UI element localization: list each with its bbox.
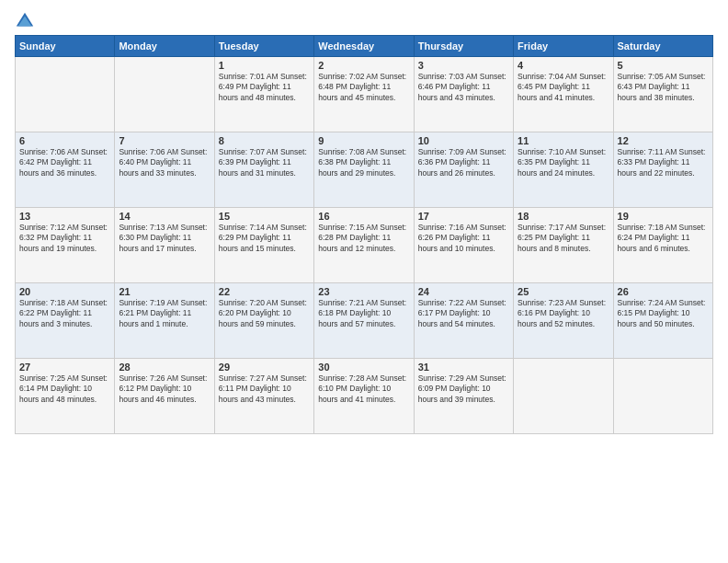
week-row-3: 13Sunrise: 7:12 AM Sunset: 6:32 PM Dayli… <box>16 208 713 283</box>
calendar-cell <box>514 359 613 434</box>
day-number: 1 <box>219 60 310 71</box>
day-number: 16 <box>318 211 409 222</box>
calendar-cell: 28Sunrise: 7:26 AM Sunset: 6:12 PM Dayli… <box>115 359 214 434</box>
day-info: Sunrise: 7:09 AM Sunset: 6:36 PM Dayligh… <box>418 147 509 178</box>
col-header-wednesday: Wednesday <box>314 36 414 57</box>
calendar-cell: 14Sunrise: 7:13 AM Sunset: 6:30 PM Dayli… <box>115 208 214 283</box>
day-info: Sunrise: 7:13 AM Sunset: 6:30 PM Dayligh… <box>119 223 210 254</box>
day-number: 19 <box>618 211 709 222</box>
calendar-cell: 30Sunrise: 7:28 AM Sunset: 6:10 PM Dayli… <box>314 359 414 434</box>
day-info: Sunrise: 7:20 AM Sunset: 6:20 PM Dayligh… <box>219 298 310 329</box>
day-number: 12 <box>618 135 709 146</box>
day-number: 22 <box>219 286 310 297</box>
calendar-cell <box>613 359 712 434</box>
col-header-saturday: Saturday <box>613 36 712 57</box>
day-info: Sunrise: 7:28 AM Sunset: 6:10 PM Dayligh… <box>318 373 409 405</box>
day-number: 29 <box>219 362 310 373</box>
calendar-cell: 5Sunrise: 7:05 AM Sunset: 6:43 PM Daylig… <box>613 57 712 132</box>
week-row-2: 6Sunrise: 7:06 AM Sunset: 6:42 PM Daylig… <box>16 132 713 208</box>
calendar-cell: 4Sunrise: 7:04 AM Sunset: 6:45 PM Daylig… <box>514 57 613 132</box>
calendar-cell: 3Sunrise: 7:03 AM Sunset: 6:46 PM Daylig… <box>414 57 513 132</box>
header <box>15 11 713 31</box>
day-info: Sunrise: 7:14 AM Sunset: 6:29 PM Dayligh… <box>219 223 310 254</box>
day-number: 10 <box>418 135 509 146</box>
logo-icon <box>15 11 35 31</box>
calendar-cell: 23Sunrise: 7:21 AM Sunset: 6:18 PM Dayli… <box>314 283 414 359</box>
col-header-tuesday: Tuesday <box>214 36 313 57</box>
day-number: 31 <box>418 362 509 373</box>
calendar-cell: 8Sunrise: 7:07 AM Sunset: 6:39 PM Daylig… <box>214 132 313 208</box>
col-header-friday: Friday <box>514 36 613 57</box>
day-info: Sunrise: 7:16 AM Sunset: 6:26 PM Dayligh… <box>418 223 509 254</box>
day-number: 4 <box>518 60 609 71</box>
calendar-cell: 26Sunrise: 7:24 AM Sunset: 6:15 PM Dayli… <box>613 283 712 359</box>
calendar-cell: 10Sunrise: 7:09 AM Sunset: 6:36 PM Dayli… <box>414 132 513 208</box>
week-row-5: 27Sunrise: 7:25 AM Sunset: 6:14 PM Dayli… <box>16 359 713 434</box>
week-row-1: 1Sunrise: 7:01 AM Sunset: 6:49 PM Daylig… <box>16 57 713 132</box>
day-info: Sunrise: 7:06 AM Sunset: 6:42 PM Dayligh… <box>19 147 110 178</box>
calendar-cell: 16Sunrise: 7:15 AM Sunset: 6:28 PM Dayli… <box>314 208 414 283</box>
day-info: Sunrise: 7:26 AM Sunset: 6:12 PM Dayligh… <box>119 373 210 405</box>
day-number: 26 <box>618 286 709 297</box>
day-number: 11 <box>518 135 609 146</box>
calendar-cell: 19Sunrise: 7:18 AM Sunset: 6:24 PM Dayli… <box>613 208 712 283</box>
calendar-cell <box>16 57 115 132</box>
calendar-cell: 18Sunrise: 7:17 AM Sunset: 6:25 PM Dayli… <box>514 208 613 283</box>
day-number: 20 <box>19 286 110 297</box>
calendar-cell: 29Sunrise: 7:27 AM Sunset: 6:11 PM Dayli… <box>214 359 313 434</box>
calendar-cell: 21Sunrise: 7:19 AM Sunset: 6:21 PM Dayli… <box>115 283 214 359</box>
calendar-cell: 1Sunrise: 7:01 AM Sunset: 6:49 PM Daylig… <box>214 57 313 132</box>
day-number: 6 <box>19 135 110 146</box>
day-number: 2 <box>318 60 409 71</box>
day-number: 18 <box>518 211 609 222</box>
calendar-cell: 24Sunrise: 7:22 AM Sunset: 6:17 PM Dayli… <box>414 283 513 359</box>
calendar-cell: 25Sunrise: 7:23 AM Sunset: 6:16 PM Dayli… <box>514 283 613 359</box>
calendar-cell: 27Sunrise: 7:25 AM Sunset: 6:14 PM Dayli… <box>16 359 115 434</box>
day-info: Sunrise: 7:19 AM Sunset: 6:21 PM Dayligh… <box>119 298 210 329</box>
day-number: 25 <box>518 286 609 297</box>
calendar-cell: 11Sunrise: 7:10 AM Sunset: 6:35 PM Dayli… <box>514 132 613 208</box>
calendar-cell: 12Sunrise: 7:11 AM Sunset: 6:33 PM Dayli… <box>613 132 712 208</box>
day-info: Sunrise: 7:24 AM Sunset: 6:15 PM Dayligh… <box>618 298 709 329</box>
day-info: Sunrise: 7:01 AM Sunset: 6:49 PM Dayligh… <box>219 72 310 103</box>
calendar-cell <box>115 57 214 132</box>
day-info: Sunrise: 7:22 AM Sunset: 6:17 PM Dayligh… <box>418 298 509 329</box>
day-info: Sunrise: 7:08 AM Sunset: 6:38 PM Dayligh… <box>318 147 409 178</box>
day-number: 15 <box>219 211 310 222</box>
col-header-sunday: Sunday <box>16 36 115 57</box>
calendar-cell: 7Sunrise: 7:06 AM Sunset: 6:40 PM Daylig… <box>115 132 214 208</box>
logo <box>15 11 37 31</box>
day-info: Sunrise: 7:18 AM Sunset: 6:24 PM Dayligh… <box>618 223 709 254</box>
calendar-cell: 6Sunrise: 7:06 AM Sunset: 6:42 PM Daylig… <box>16 132 115 208</box>
day-number: 5 <box>618 60 709 71</box>
day-info: Sunrise: 7:06 AM Sunset: 6:40 PM Dayligh… <box>119 147 210 178</box>
day-info: Sunrise: 7:25 AM Sunset: 6:14 PM Dayligh… <box>19 373 110 405</box>
header-row: SundayMondayTuesdayWednesdayThursdayFrid… <box>16 36 713 57</box>
day-number: 17 <box>418 211 509 222</box>
day-number: 3 <box>418 60 509 71</box>
day-number: 8 <box>219 135 310 146</box>
calendar-cell: 31Sunrise: 7:29 AM Sunset: 6:09 PM Dayli… <box>414 359 513 434</box>
day-info: Sunrise: 7:27 AM Sunset: 6:11 PM Dayligh… <box>219 373 310 405</box>
day-number: 23 <box>318 286 409 297</box>
day-info: Sunrise: 7:07 AM Sunset: 6:39 PM Dayligh… <box>219 147 310 178</box>
calendar-cell: 13Sunrise: 7:12 AM Sunset: 6:32 PM Dayli… <box>16 208 115 283</box>
calendar-cell: 17Sunrise: 7:16 AM Sunset: 6:26 PM Dayli… <box>414 208 513 283</box>
page: SundayMondayTuesdayWednesdayThursdayFrid… <box>0 0 728 442</box>
calendar-cell: 15Sunrise: 7:14 AM Sunset: 6:29 PM Dayli… <box>214 208 313 283</box>
col-header-thursday: Thursday <box>414 36 513 57</box>
day-info: Sunrise: 7:11 AM Sunset: 6:33 PM Dayligh… <box>618 147 709 178</box>
day-info: Sunrise: 7:23 AM Sunset: 6:16 PM Dayligh… <box>518 298 609 329</box>
week-row-4: 20Sunrise: 7:18 AM Sunset: 6:22 PM Dayli… <box>16 283 713 359</box>
day-info: Sunrise: 7:10 AM Sunset: 6:35 PM Dayligh… <box>518 147 609 178</box>
day-info: Sunrise: 7:02 AM Sunset: 6:48 PM Dayligh… <box>318 72 409 103</box>
day-number: 9 <box>318 135 409 146</box>
day-info: Sunrise: 7:29 AM Sunset: 6:09 PM Dayligh… <box>418 373 509 405</box>
calendar-cell: 20Sunrise: 7:18 AM Sunset: 6:22 PM Dayli… <box>16 283 115 359</box>
day-number: 27 <box>19 362 110 373</box>
day-info: Sunrise: 7:12 AM Sunset: 6:32 PM Dayligh… <box>19 223 110 254</box>
day-info: Sunrise: 7:04 AM Sunset: 6:45 PM Dayligh… <box>518 72 609 103</box>
day-info: Sunrise: 7:05 AM Sunset: 6:43 PM Dayligh… <box>618 72 709 103</box>
calendar-table: SundayMondayTuesdayWednesdayThursdayFrid… <box>15 35 713 434</box>
day-info: Sunrise: 7:03 AM Sunset: 6:46 PM Dayligh… <box>418 72 509 103</box>
